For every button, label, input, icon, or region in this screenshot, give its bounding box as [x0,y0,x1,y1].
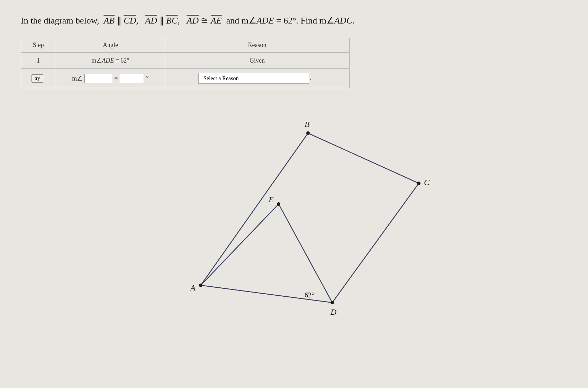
diagram-area: B C D A E 62° [90,102,436,316]
header-step: Step [21,38,56,53]
segment-ad: AD [145,16,157,26]
reason-dropdown-cell: Select a Reason Given Isosceles triangle… [165,69,350,88]
point-e [277,202,280,206]
table-row-2: try m∠ = ° Select a Reason G [21,69,350,88]
label-e: E [268,195,274,204]
label-a: A [190,283,196,292]
line-cd [332,183,419,303]
geometry-diagram: B C D A E 62° [90,102,436,327]
angle-prefix: m∠ [72,75,82,82]
segment-bc: BC [166,16,178,26]
reason-1: Given [165,53,350,69]
line-ed [279,204,332,303]
angle-1: m∠ADE = 62° [56,53,165,69]
label-c: C [424,178,430,187]
reason-dropdown-wrapper: Select a Reason Given Isosceles triangle… [198,73,316,84]
angle-equals: = [114,75,118,82]
table-row-1: 1 m∠ADE = 62° Given [21,53,350,69]
point-d [331,301,334,304]
line-ae [201,204,279,285]
try-button[interactable]: try [31,74,43,83]
problem-statement: In the diagram below, AB ∥ CD, AD ∥ BC, … [21,14,567,27]
label-b: B [305,120,310,129]
segment-cd: CD [124,16,136,26]
line-bc [308,133,419,183]
segment-ae: AE [211,16,222,26]
step-1: 1 [21,53,56,69]
header-angle: Angle [56,38,165,53]
angle-name-input[interactable] [84,74,112,83]
point-c [417,182,420,185]
angle-input-cell: m∠ = ° [56,69,165,88]
label-d: D [330,307,336,316]
segment-ab: AB [103,16,115,26]
line-ab [201,133,308,285]
degree-symbol: ° [146,75,148,82]
angle-62-label: 62° [305,291,314,299]
step-try: try [21,69,56,88]
angle-value-input[interactable] [120,74,144,83]
proof-table: Step Angle Reason 1 m∠ADE = 62° Given tr… [21,38,350,88]
header-reason: Reason [165,38,350,53]
reason-select[interactable]: Select a Reason Given Isosceles triangle… [198,73,309,84]
point-a [199,284,202,287]
point-b [306,131,310,135]
segment-ad2: AD [187,16,199,26]
